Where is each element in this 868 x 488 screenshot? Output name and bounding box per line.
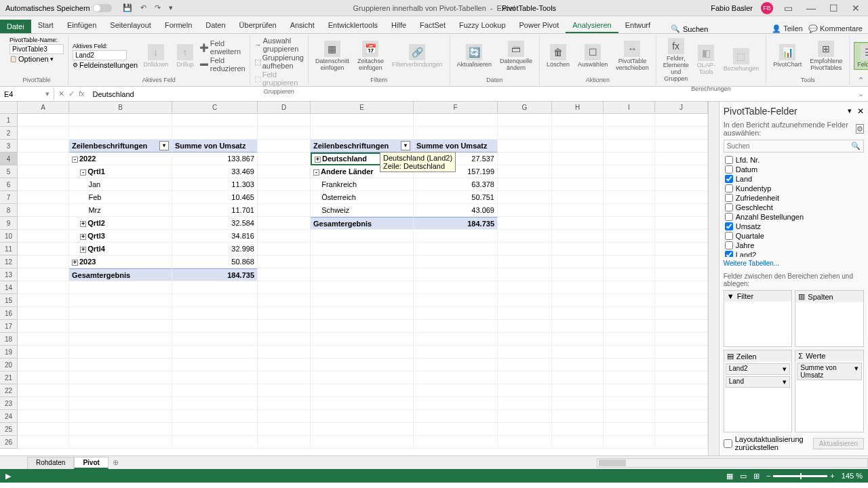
timeline-button[interactable]: 📅Zeitachse einfügen <box>355 39 387 73</box>
filter-icon[interactable]: ▾ <box>159 141 169 150</box>
chevron-down-icon[interactable]: ▾ <box>783 378 787 386</box>
cell[interactable] <box>414 281 498 294</box>
slicer-button[interactable]: ▦Datenschnitt einfügen <box>313 39 352 73</box>
view-normal-icon[interactable]: ▦ <box>726 472 733 481</box>
calc-fields-button[interactable]: fxFelder, Elemente und Gruppen <box>660 37 692 84</box>
row-header[interactable]: 18 <box>0 333 18 346</box>
cell[interactable] <box>604 140 655 152</box>
row-header[interactable]: 14 <box>0 281 18 294</box>
cell[interactable] <box>552 165 604 178</box>
cell[interactable] <box>311 436 414 449</box>
cell[interactable] <box>414 371 498 384</box>
cell[interactable] <box>18 281 69 294</box>
field-search[interactable]: 🔍 <box>724 140 864 152</box>
cell[interactable] <box>552 243 604 256</box>
cell[interactable] <box>604 191 655 204</box>
undo-icon[interactable]: ↶ <box>140 3 146 12</box>
cell[interactable] <box>655 114 708 127</box>
area-item[interactable]: Land▾ <box>726 376 791 388</box>
col-header[interactable]: B <box>69 102 172 114</box>
cell[interactable] <box>552 384 604 397</box>
name-box[interactable]: ▾ <box>0 88 54 100</box>
cell[interactable] <box>258 204 311 217</box>
cell[interactable]: 32.998 <box>172 243 258 256</box>
cell[interactable]: 33.469 <box>172 165 258 178</box>
cell[interactable]: 32.584 <box>172 217 258 230</box>
expand-icon[interactable]: - <box>80 169 86 176</box>
cell[interactable] <box>552 204 604 217</box>
row-header[interactable]: 22 <box>0 384 18 397</box>
cell[interactable] <box>552 359 604 371</box>
cell[interactable] <box>498 230 552 243</box>
cell[interactable] <box>172 384 258 397</box>
expand-icon[interactable]: + <box>72 260 78 266</box>
recommended-button[interactable]: ⊞Empfohlene PivotTables <box>807 39 845 73</box>
cell[interactable] <box>498 204 552 217</box>
cell[interactable] <box>604 384 655 397</box>
vertical-scrollbar[interactable] <box>708 102 719 455</box>
cell[interactable] <box>552 256 604 268</box>
row-header[interactable]: 2 <box>0 127 18 140</box>
cell[interactable] <box>498 281 552 294</box>
field-settings-button[interactable]: ⚙ Feldeinstellungen <box>73 61 138 69</box>
cell[interactable]: -2022 <box>69 152 172 165</box>
cell[interactable]: 133.867 <box>172 152 258 165</box>
cell[interactable] <box>498 152 552 165</box>
cell[interactable] <box>18 307 69 320</box>
formula-input[interactable] <box>89 89 854 100</box>
cell[interactable] <box>604 178 655 191</box>
pivot-name-input[interactable] <box>9 44 64 54</box>
row-header[interactable]: 25 <box>0 423 18 436</box>
cell[interactable]: +2023 <box>69 256 172 268</box>
cell[interactable] <box>18 140 69 152</box>
cell[interactable] <box>172 410 258 423</box>
cell[interactable] <box>258 114 311 127</box>
cell[interactable] <box>655 423 708 436</box>
pivotchart-button[interactable]: 📊PivotChart <box>770 43 804 70</box>
qat-dropdown-icon[interactable]: ▾ <box>169 3 173 12</box>
cell[interactable] <box>18 204 69 217</box>
collapse-ribbon-icon[interactable]: ⌃ <box>858 76 864 85</box>
select-button[interactable]: ☐Auswählen <box>575 43 610 70</box>
cell[interactable] <box>258 436 311 449</box>
cell[interactable] <box>172 127 258 140</box>
switch-icon[interactable] <box>93 4 112 12</box>
tab-formeln[interactable]: Formeln <box>158 18 199 33</box>
cell[interactable] <box>414 346 498 359</box>
cell[interactable] <box>655 320 708 333</box>
tab-entwicklertools[interactable]: Entwicklertools <box>321 18 384 33</box>
pane-menu-icon[interactable]: ▾ <box>848 106 852 116</box>
cell[interactable] <box>69 127 172 140</box>
cell[interactable] <box>311 243 414 256</box>
row-header[interactable]: 10 <box>0 230 18 243</box>
row-header[interactable]: 3 <box>0 140 18 152</box>
cell[interactable] <box>498 436 552 449</box>
expand-formula-icon[interactable]: ⌄ <box>854 89 868 98</box>
cell[interactable] <box>604 346 655 359</box>
cell[interactable]: 63.378 <box>414 178 498 191</box>
cell[interactable]: +Qrtl3 <box>69 230 172 243</box>
cell[interactable] <box>655 294 708 307</box>
cell[interactable] <box>258 281 311 294</box>
cell[interactable] <box>552 127 604 140</box>
cell[interactable] <box>414 268 498 281</box>
row-header[interactable]: 16 <box>0 307 18 320</box>
cell[interactable] <box>498 217 552 230</box>
cell[interactable] <box>655 268 708 281</box>
row-header[interactable]: 19 <box>0 346 18 359</box>
cell[interactable] <box>18 256 69 268</box>
field-checkbox[interactable] <box>725 213 733 221</box>
cell[interactable] <box>311 371 414 384</box>
col-header[interactable]: F <box>414 102 498 114</box>
cell[interactable] <box>655 346 708 359</box>
cell[interactable]: 11.303 <box>172 178 258 191</box>
cell[interactable] <box>552 320 604 333</box>
maximize-icon[interactable]: ☐ <box>827 3 841 14</box>
cell[interactable] <box>552 114 604 127</box>
col-header[interactable]: G <box>498 102 552 114</box>
cell[interactable] <box>18 410 69 423</box>
tab-fuzzy lookup[interactable]: Fuzzy Lookup <box>452 18 512 33</box>
cell[interactable]: Österreich <box>311 191 414 204</box>
cell[interactable] <box>655 217 708 230</box>
group-field-button[interactable]: ⬚ Feld gruppieren <box>254 70 304 87</box>
